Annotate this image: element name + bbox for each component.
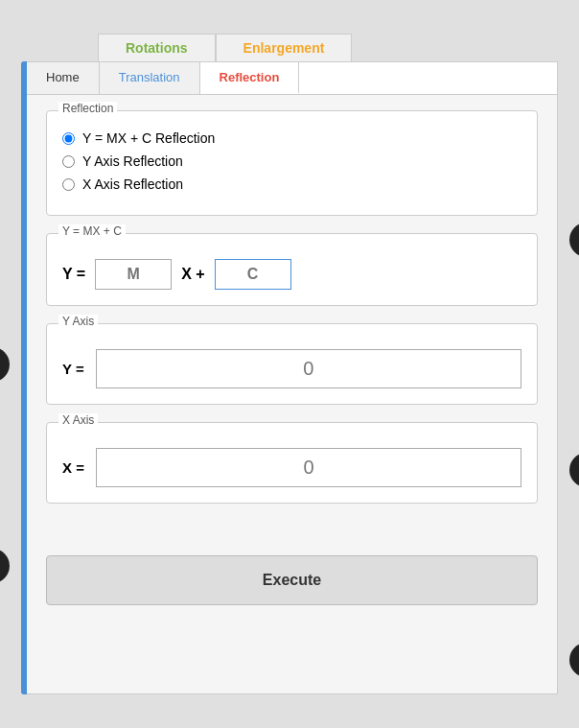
callout-C: C — [0, 549, 10, 583]
radio-yaxis[interactable]: Y Axis Reflection — [62, 153, 521, 169]
callout-2: 2 — [569, 643, 579, 677]
tab-reflection[interactable]: Reflection — [200, 62, 300, 94]
radio-yaxis-input[interactable] — [62, 155, 75, 168]
callout-1: 1 — [569, 223, 579, 257]
reflection-legend: Reflection — [58, 102, 117, 115]
tab-rotations[interactable]: Rotations — [98, 34, 216, 61]
tab-enlargement[interactable]: Enlargement — [216, 34, 353, 61]
execute-button[interactable]: Execute — [46, 555, 538, 605]
reflection-group: Reflection Y = MX + C Reflection Y Axis … — [46, 110, 538, 216]
reflection-options: Y = MX + C Reflection Y Axis Reflection … — [62, 130, 521, 192]
callout-A: A — [0, 347, 10, 382]
radio-yaxis-label: Y Axis Reflection — [82, 153, 183, 169]
ymxc-legend: Y = MX + C — [58, 224, 126, 238]
ymxc-group: Y = MX + C Y = X + — [46, 233, 538, 306]
yaxis-row: Y = — [62, 349, 521, 388]
xaxis-label: X = — [62, 459, 84, 476]
x-plus-label: X + — [181, 266, 204, 283]
xaxis-group: X Axis X = — [46, 422, 538, 504]
m-input[interactable] — [95, 259, 172, 290]
yaxis-group: Y Axis Y = — [46, 323, 538, 405]
ymxc-row: Y = X + — [62, 259, 521, 290]
xaxis-row: X = — [62, 448, 521, 487]
y-label: Y = — [62, 266, 85, 283]
radio-ymxc-label: Y = MX + C Reflection — [82, 130, 215, 146]
tab-home[interactable]: Home — [27, 62, 100, 94]
xaxis-legend: X Axis — [58, 413, 98, 427]
radio-ymxc-input[interactable] — [62, 132, 75, 145]
main-panel: Home Translation Reflection Reflection Y… — [27, 61, 558, 694]
callout-B: B — [569, 453, 579, 487]
radio-xaxis-label: X Axis Reflection — [82, 176, 183, 192]
c-input[interactable] — [215, 259, 291, 290]
sub-tab-bar: Home Translation Reflection — [27, 62, 557, 95]
yaxis-label: Y = — [62, 361, 84, 377]
tab-translation[interactable]: Translation — [100, 62, 200, 94]
radio-xaxis[interactable]: X Axis Reflection — [62, 176, 521, 192]
radio-xaxis-input[interactable] — [62, 178, 75, 191]
yaxis-input[interactable] — [96, 349, 521, 388]
xaxis-input[interactable] — [96, 448, 521, 487]
yaxis-legend: Y Axis — [58, 315, 98, 328]
radio-ymxc[interactable]: Y = MX + C Reflection — [62, 130, 521, 146]
